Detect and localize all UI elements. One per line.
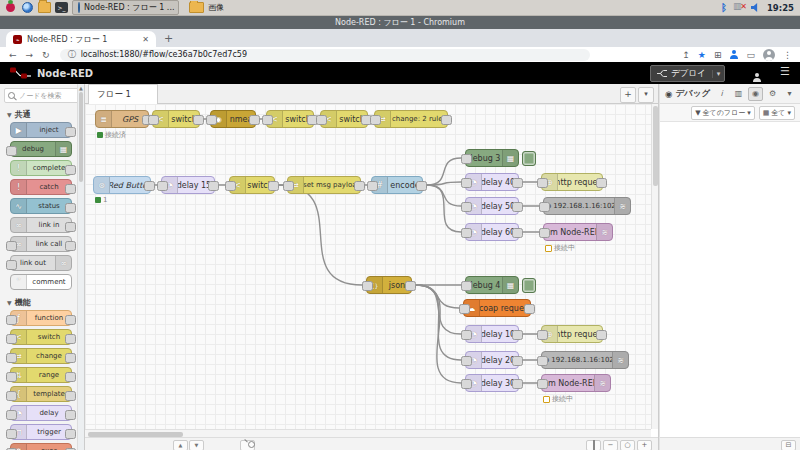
output-port[interactable]	[405, 281, 416, 291]
node-switch[interactable]: <switch	[152, 110, 200, 128]
h-scroll-thumb[interactable]	[88, 432, 183, 437]
output-port[interactable]	[441, 115, 452, 125]
output-port[interactable]	[65, 203, 76, 213]
node-delay-30s[interactable]: ◔delay 30s	[465, 374, 519, 392]
flow-canvas[interactable]: ≣GPS接続済<switch◉nmea<switch<switch⇄change…	[85, 104, 651, 429]
input-port[interactable]	[6, 410, 17, 420]
node-delay[interactable]: ◔delay	[10, 405, 72, 421]
output-port[interactable]	[65, 241, 76, 251]
node-from-node-red[interactable]: from Node-RED≋	[543, 223, 613, 241]
input-port[interactable]	[262, 115, 273, 125]
input-port[interactable]	[537, 379, 548, 389]
extensions-icon[interactable]: ⊞	[714, 50, 722, 60]
input-port[interactable]	[6, 372, 17, 382]
palette-scrollbar[interactable]: ▲	[77, 84, 84, 450]
file-manager-icon[interactable]	[38, 1, 51, 14]
input-port[interactable]	[537, 178, 548, 188]
tab-info[interactable]: i	[714, 87, 729, 101]
palette-section-header[interactable]: ▼機能	[0, 293, 84, 310]
node-link-call[interactable]: ∞link call	[10, 236, 72, 252]
bookmark-star-icon[interactable]: ★	[698, 50, 706, 60]
new-tab-button[interactable]: +	[164, 32, 173, 45]
input-port[interactable]	[367, 181, 378, 191]
output-port[interactable]	[512, 228, 523, 238]
tab-flow-1[interactable]: フロー 1	[88, 84, 158, 104]
taskbar-clock[interactable]: 19:25	[767, 3, 794, 13]
output-port[interactable]	[268, 181, 279, 191]
node-delay-40s[interactable]: ◔delay 40s	[465, 173, 519, 191]
node-exec[interactable]: ⚙exec	[10, 443, 72, 450]
open-debug-window-button[interactable]: ⊟	[781, 440, 796, 450]
palette-search-input[interactable]: ノードを検索	[4, 88, 80, 103]
scroll-up-icon[interactable]: ▲	[78, 85, 84, 91]
node-udp-192-168-1-16-1025[interactable]: udp 192.168.1.16:1025≋	[541, 351, 629, 369]
node-set-msg-payload[interactable]: ⇄set msg payload	[287, 176, 361, 194]
node-nmea[interactable]: ◉nmea	[210, 110, 256, 128]
output-port[interactable]	[65, 184, 76, 194]
browser-menu-icon[interactable]: ⋮	[783, 50, 792, 60]
node-http-request[interactable]: ⊕http request	[541, 325, 603, 343]
node-range[interactable]: ⇅range	[10, 367, 72, 383]
input-port[interactable]	[461, 202, 472, 212]
output-port[interactable]	[596, 330, 607, 340]
profile-blue-icon[interactable]	[729, 50, 738, 59]
tab-help[interactable]: ▥	[731, 87, 746, 101]
node-debug[interactable]: debug▦	[10, 141, 72, 157]
input-port[interactable]	[225, 181, 236, 191]
node-catch[interactable]: !catch	[10, 179, 72, 195]
input-port[interactable]	[6, 429, 17, 439]
node-coap-request[interactable]: ☁coap request	[463, 299, 531, 317]
node-from-node-red[interactable]: from Node-RED≋	[541, 374, 611, 392]
input-port[interactable]	[6, 241, 17, 251]
node-red-button[interactable]: ⊛Red Button	[93, 176, 151, 194]
node-link-in[interactable]: ∞link in	[10, 217, 72, 233]
main-menu-icon[interactable]: ☰	[780, 65, 790, 78]
output-port[interactable]	[249, 115, 260, 125]
node-template[interactable]: {template	[10, 386, 72, 402]
node-delay-50s[interactable]: ◔delay 50s	[465, 197, 519, 215]
deploy-options-caret[interactable]: ▾	[712, 70, 725, 78]
node-delay-15s[interactable]: ◔delay 15s	[161, 176, 215, 194]
node-trigger[interactable]: ⊓trigger	[10, 424, 72, 440]
taskbar-window-images[interactable]: 画像	[183, 0, 230, 15]
network-disconnected-icon[interactable]: ✕	[733, 2, 745, 13]
debug-toggle-button[interactable]	[522, 151, 536, 166]
input-port[interactable]	[157, 181, 168, 191]
node-change[interactable]: ⇄change	[10, 348, 72, 364]
node-comment[interactable]: ”comment	[10, 274, 72, 290]
wire-sw4-json[interactable]	[279, 185, 362, 285]
output-port[interactable]	[65, 334, 76, 344]
node-switch[interactable]: <switch	[229, 176, 275, 194]
debug-toggle-button[interactable]	[522, 278, 536, 293]
terminal-icon[interactable]: >_	[55, 1, 68, 14]
input-port[interactable]	[461, 281, 472, 291]
input-port[interactable]	[537, 330, 548, 340]
input-port[interactable]	[6, 260, 17, 270]
input-port[interactable]	[6, 353, 17, 363]
output-port[interactable]	[65, 127, 76, 137]
output-port[interactable]	[65, 222, 76, 232]
back-icon[interactable]: ←	[9, 50, 17, 60]
input-port[interactable]	[461, 356, 472, 366]
output-port[interactable]	[512, 379, 523, 389]
wire-encode-dbg3[interactable]	[427, 158, 461, 185]
node-http-request[interactable]: ⊕http request	[541, 173, 603, 191]
collapse-all-button[interactable]: ▲	[173, 440, 188, 450]
node-complete[interactable]: !complete	[10, 160, 72, 176]
node-encode[interactable]: #encode	[371, 176, 423, 194]
input-port[interactable]	[461, 330, 472, 340]
output-port[interactable]	[512, 178, 523, 188]
wire-json-d20[interactable]	[416, 285, 461, 360]
tab-close-icon[interactable]: ✕	[142, 35, 149, 44]
node-function[interactable]: ƒfunction	[10, 310, 72, 326]
raspberry-menu-icon[interactable]	[4, 1, 17, 14]
tab-config[interactable]: ⚙	[765, 87, 780, 101]
search-flows-button[interactable]	[240, 440, 255, 450]
output-port[interactable]	[596, 178, 607, 188]
expand-all-button[interactable]: ▼	[189, 440, 204, 450]
reload-icon[interactable]: ↻	[42, 50, 50, 60]
input-port[interactable]	[461, 178, 472, 188]
taskbar-window-chromium[interactable]: Node-RED : フロー 1 ...	[72, 0, 179, 15]
input-port[interactable]	[206, 115, 217, 125]
input-port[interactable]	[6, 391, 17, 401]
